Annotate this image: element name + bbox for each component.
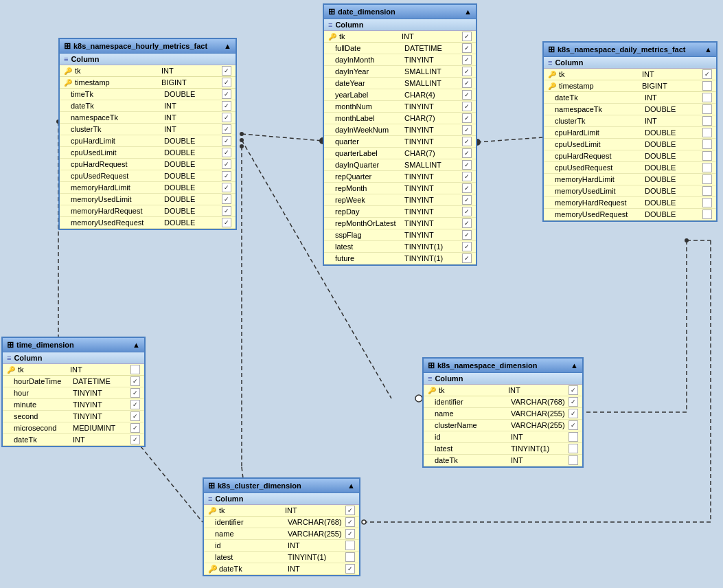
table-title: k8s_namespace_dimension [437,361,538,370]
table-row: dayInWeekNumTINYINT [324,124,476,136]
table-row: dayInQuarterSMALLINT [324,159,476,171]
check-box [345,529,355,539]
check-box [130,423,140,433]
table-row: memoryUsedRequestDOUBLE [60,217,236,229]
table-row: 🔑 dateTkINT [204,563,359,575]
check-box [222,101,231,111]
table-row: memoryHardLimitDOUBLE [544,174,716,185]
check-box [462,102,472,111]
table-row: memoryHardRequestDOUBLE [544,197,716,209]
table-row: repWeekTINYINT [324,194,476,206]
table-row: clusterTkINT [544,115,716,127]
table-row: identifierVARCHAR(768) [204,517,359,528]
table-row: microsecondMEDIUMINT [3,422,144,434]
table-row: 🔑 timestampBIGINT [60,77,236,89]
svg-point-21 [362,520,366,524]
table-row: memoryHardRequestDOUBLE [60,205,236,217]
svg-point-2 [240,132,244,136]
col-label: Column [435,374,463,383]
table-row: 🔑 tkINT [544,69,716,80]
table-row: futureTINYINT(1) [324,253,476,264]
sort-icon: ▲ [347,482,355,490]
check-box [569,397,578,407]
check-box [345,552,355,562]
table-header-k8s-hourly: ⊞ k8s_namespace_hourly_metrics_fact ▲ [60,39,236,54]
table-row: dateTkINT [424,455,582,466]
col-label: Column [215,495,243,503]
col-icon: ≡ [328,21,332,29]
table-icon: ⊞ [328,7,335,16]
table-row: repMonthTINYINT [324,183,476,194]
table-header-k8s-namespace-dimension: ⊞ k8s_namespace_dimension ▲ [424,359,582,373]
check-box [702,69,712,79]
key-icon: 🔑 [328,33,336,41]
check-box [130,376,140,386]
check-box [462,195,472,205]
check-box [569,385,578,395]
table-header-k8s-daily: ⊞ k8s_namespace_daily_metrics_fact ▲ [544,43,716,57]
table-row: dateYearSMALLINT [324,78,476,89]
table-date-dimension: ⊞ date_dimension ▲ ≡ Column 🔑 tk INT ful… [323,3,477,266]
check-box [702,128,712,137]
key-icon: 🔑 [208,565,218,574]
table-row: repMonthOrLatestTINYINT [324,218,476,229]
check-box [702,139,712,149]
svg-line-0 [242,134,323,141]
table-row: cpuUsedRequestDOUBLE [60,170,236,182]
check-box [462,207,472,216]
svg-point-5 [240,144,244,148]
check-box [569,455,578,465]
table-k8s-hourly: ⊞ k8s_namespace_hourly_metrics_fact ▲ ≡ … [58,38,237,230]
check-box [702,151,712,161]
check-box [222,159,231,169]
check-box [569,409,578,418]
check-box [569,420,578,430]
table-row: idINT [424,431,582,443]
table-title: date_dimension [338,8,395,16]
table-row: cpuUsedRequestDOUBLE [544,162,716,174]
table-row: nameVARCHAR(255) [424,408,582,420]
table-row: 🔑 tkINT [424,385,582,396]
table-header-time-dimension: ⊞ time_dimension ▲ [3,338,144,352]
sort-icon: ▲ [704,45,712,54]
check-box [569,432,578,442]
table-header-date-dimension: ⊞ date_dimension ▲ [324,5,476,19]
table-row: namespaceTkINT [60,112,236,124]
check-box [345,541,355,550]
col-icon: ≡ [7,354,11,362]
check-box [462,78,472,88]
check-box [462,183,472,193]
table-k8s-namespace-dimension: ⊞ k8s_namespace_dimension ▲ ≡ Column 🔑 t… [422,357,584,468]
col-section-time-dimension: ≡ Column [3,352,144,364]
check-box [462,148,472,158]
check-box [222,148,231,157]
table-row: 🔑 tkINT [3,364,144,376]
check-box [702,116,712,126]
table-row: 🔑 timestampBIGINT [544,80,716,92]
table-row: dateTkINT [3,434,144,446]
table-row: dayInYearSMALLINT [324,66,476,78]
svg-point-8 [240,138,244,142]
table-row: cpuHardLimitDOUBLE [544,127,716,139]
col-section-k8s-cluster-dimension: ≡ Column [204,493,359,505]
table-title: k8s_cluster_dimension [218,482,301,490]
col-label: Column [71,55,99,63]
table-row: timeTkDOUBLE [60,89,236,100]
check-box [222,171,231,181]
check-box [345,564,355,574]
col-icon: ≡ [208,495,212,503]
table-row: cpuUsedLimitDOUBLE [60,147,236,159]
check-box [462,43,472,53]
table-icon: ⊞ [208,481,215,490]
table-row: memoryUsedRequestDOUBLE [544,209,716,220]
check-box [130,365,140,374]
check-box [130,411,140,421]
table-row: latestTINYINT(1) [424,443,582,455]
check-box [702,210,712,219]
svg-point-9 [415,395,422,402]
check-box [702,93,712,102]
check-box [222,113,231,122]
check-box [222,136,231,146]
table-row: dayInMonthTINYINT [324,54,476,66]
col-icon: ≡ [548,58,552,67]
